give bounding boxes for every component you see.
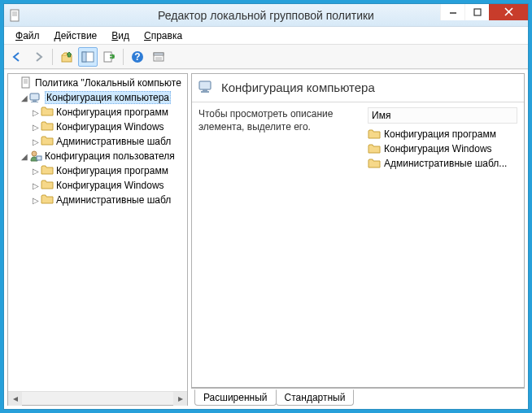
tree-computer-config[interactable]: ◢ Конфигурация компьютера (8, 90, 187, 105)
up-button[interactable] (57, 47, 76, 67)
folder-icon (41, 179, 54, 192)
tree-label: Конфигурация Windows (56, 180, 164, 191)
view-tabs: Расширенный Стандартный (191, 388, 525, 406)
tab-extended[interactable]: Расширенный (194, 389, 277, 406)
folder-icon (41, 120, 54, 133)
maximize-button[interactable] (464, 4, 489, 20)
forward-button[interactable] (28, 47, 48, 67)
list-item-label: Конфигурация программ (384, 128, 496, 140)
menu-action[interactable]: Действие (48, 28, 104, 43)
expand-icon[interactable]: ▷ (31, 123, 41, 132)
svg-rect-10 (82, 52, 86, 62)
item-list[interactable]: Имя Конфигурация программ Конфигурация W… (368, 107, 517, 382)
computer-icon (198, 79, 215, 95)
tree-label: Конфигурация Windows (56, 121, 164, 133)
toolbar-separator (52, 49, 53, 65)
horizontal-scrollbar[interactable]: ◂ ▸ (8, 391, 187, 405)
tree-item[interactable]: ▷ Административные шабл (8, 134, 187, 149)
folder-icon (41, 106, 54, 119)
back-button[interactable] (7, 47, 27, 67)
description-text: Чтобы просмотреть описание элемента, выд… (198, 107, 361, 382)
tree-label: Конфигурация программ (56, 107, 168, 118)
list-item[interactable]: Конфигурация программ (368, 127, 517, 141)
folder-icon (41, 164, 54, 177)
tree-item[interactable]: ▷ Конфигурация программ (8, 163, 187, 178)
svg-rect-5 (474, 9, 481, 15)
folder-icon (368, 143, 381, 154)
properties-button[interactable] (149, 47, 168, 67)
tree-item[interactable]: ▷ Конфигурация Windows (8, 120, 187, 134)
expand-icon[interactable]: ▷ (31, 167, 41, 176)
folder-icon (368, 128, 381, 140)
svg-point-25 (32, 151, 37, 156)
expand-icon[interactable]: ▷ (31, 137, 41, 146)
list-item-label: Конфигурация Windows (384, 143, 492, 154)
tree-user-config[interactable]: ◢ Конфигурация пользователя (8, 149, 187, 163)
svg-rect-29 (201, 91, 209, 93)
scroll-right-icon[interactable]: ▸ (173, 392, 187, 406)
expand-icon[interactable]: ▷ (31, 181, 41, 190)
help-button[interactable]: ? (128, 47, 147, 67)
menu-bar: Файл Действие Вид Справка (4, 27, 528, 45)
toolbar-separator (123, 49, 124, 65)
document-icon (20, 76, 33, 89)
svg-rect-22 (30, 93, 39, 100)
tree-label: Административные шабл (56, 136, 171, 147)
expand-icon[interactable]: ▷ (31, 108, 41, 117)
tree-item[interactable]: ▷ Конфигурация Windows (8, 178, 187, 193)
show-hide-tree-button[interactable] (78, 47, 98, 67)
tree-label: Административные шабл (56, 194, 171, 206)
folder-icon (41, 135, 54, 148)
detail-header: Конфигурация компьютера (192, 74, 524, 102)
tree-item[interactable]: ▷ Административные шабл (8, 193, 187, 207)
folder-icon (368, 158, 381, 169)
tree-root[interactable]: Политика "Локальный компьюте (8, 76, 187, 90)
svg-rect-26 (37, 156, 41, 160)
tree-label: Конфигурация программ (56, 165, 168, 176)
tab-standard[interactable]: Стандартный (276, 389, 355, 406)
svg-rect-15 (154, 53, 164, 55)
policy-tree[interactable]: Политика "Локальный компьюте ◢ Конфигура… (8, 74, 187, 391)
menu-file[interactable]: Файл (9, 28, 46, 43)
title-bar: Редактор локальной групповой политики (4, 4, 528, 27)
menu-help[interactable]: Справка (137, 28, 189, 43)
expand-icon[interactable]: ▷ (31, 196, 41, 205)
tree-item[interactable]: ▷ Конфигурация программ (8, 105, 187, 120)
tree-label: Политика "Локальный компьюте (35, 77, 181, 89)
svg-rect-27 (199, 81, 211, 89)
svg-text:?: ? (134, 51, 140, 63)
detail-heading: Конфигурация компьютера (221, 80, 375, 94)
scroll-left-icon[interactable]: ◂ (8, 392, 22, 406)
list-item[interactable]: Административные шабл... (368, 156, 517, 171)
list-item[interactable]: Конфигурация Windows (368, 141, 517, 156)
app-icon (9, 9, 22, 22)
tree-label: Конфигурация компьютера (45, 91, 171, 104)
export-button[interactable] (99, 47, 119, 67)
tree-pane: Политика "Локальный компьюте ◢ Конфигура… (7, 73, 188, 406)
close-button[interactable] (489, 4, 528, 20)
menu-view[interactable]: Вид (105, 28, 136, 43)
svg-rect-28 (203, 89, 207, 91)
minimize-button[interactable] (440, 4, 464, 20)
folder-icon (41, 193, 54, 206)
detail-pane: Конфигурация компьютера Чтобы просмотрет… (191, 73, 525, 406)
list-item-label: Административные шабл... (384, 158, 507, 169)
toolbar: ? (4, 45, 528, 69)
collapse-icon[interactable]: ◢ (20, 152, 29, 161)
column-header-name[interactable]: Имя (368, 107, 517, 124)
collapse-icon[interactable]: ◢ (20, 93, 29, 102)
svg-rect-23 (33, 100, 37, 102)
svg-rect-24 (31, 102, 38, 102)
computer-icon (29, 91, 42, 104)
svg-rect-11 (104, 52, 111, 62)
tree-label: Конфигурация пользователя (45, 150, 175, 162)
user-icon (29, 150, 42, 163)
